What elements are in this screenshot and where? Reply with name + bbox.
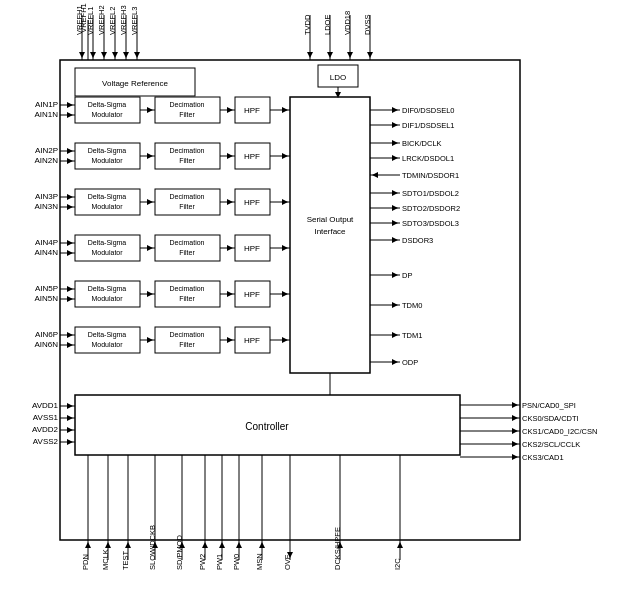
svg-text:Delta-Sigma: Delta-Sigma xyxy=(88,193,127,201)
svg-text:LRCK/DSDOL1: LRCK/DSDOL1 xyxy=(402,154,454,163)
svg-marker-26 xyxy=(112,52,118,58)
svg-marker-159 xyxy=(282,291,288,297)
svg-marker-181 xyxy=(392,205,398,211)
svg-marker-25 xyxy=(101,52,107,58)
svg-text:Modulator: Modulator xyxy=(91,203,123,210)
svg-text:Decimation: Decimation xyxy=(169,331,204,338)
svg-marker-114 xyxy=(147,153,153,159)
svg-marker-226 xyxy=(67,427,73,433)
svg-text:DSDOR3: DSDOR3 xyxy=(402,236,433,245)
svg-text:SDTO3/DSDOL3: SDTO3/DSDOL3 xyxy=(402,219,459,228)
svg-text:AIN6P: AIN6P xyxy=(35,330,58,339)
svg-text:AVDD2: AVDD2 xyxy=(32,425,59,434)
svg-marker-229 xyxy=(67,439,73,445)
svg-text:OVF: OVF xyxy=(283,554,292,570)
svg-text:HPF: HPF xyxy=(244,244,260,253)
svg-text:CKS3/CAD1: CKS3/CAD1 xyxy=(522,453,564,462)
svg-marker-24 xyxy=(90,52,96,58)
svg-text:DP: DP xyxy=(402,271,412,280)
svg-text:Delta-Sigma: Delta-Sigma xyxy=(88,101,127,109)
svg-text:DIF0/DSDSEL0: DIF0/DSDSEL0 xyxy=(402,106,455,115)
svg-text:Decimation: Decimation xyxy=(169,147,204,154)
svg-marker-136 xyxy=(227,107,233,113)
svg-text:I2C: I2C xyxy=(393,558,402,570)
svg-text:Modulator: Modulator xyxy=(91,341,123,348)
svg-text:Decimation: Decimation xyxy=(169,193,204,200)
svg-marker-175 xyxy=(372,172,378,178)
svg-marker-157 xyxy=(282,245,288,251)
svg-marker-231 xyxy=(85,542,91,548)
svg-text:DIF1/DSDSEL1: DIF1/DSDSEL1 xyxy=(402,121,455,130)
svg-marker-120 xyxy=(147,291,153,297)
svg-text:PW2: PW2 xyxy=(198,554,207,570)
svg-marker-146 xyxy=(227,337,233,343)
svg-text:AIN1N: AIN1N xyxy=(34,110,58,119)
svg-text:Delta-Sigma: Delta-Sigma xyxy=(88,331,127,339)
svg-marker-144 xyxy=(227,291,233,297)
svg-text:PW1: PW1 xyxy=(215,554,224,570)
svg-text:MSN: MSN xyxy=(255,553,264,570)
svg-marker-252 xyxy=(236,542,242,548)
svg-text:TVDD: TVDD xyxy=(303,14,312,35)
svg-marker-23 xyxy=(79,52,85,58)
svg-marker-204 xyxy=(512,402,518,408)
svg-text:HPF: HPF xyxy=(244,290,260,299)
svg-marker-32 xyxy=(367,52,373,58)
svg-text:Decimation: Decimation xyxy=(169,239,204,246)
svg-text:LDO: LDO xyxy=(330,73,346,82)
svg-text:Delta-Sigma: Delta-Sigma xyxy=(88,239,127,247)
svg-text:DVSS: DVSS xyxy=(363,15,372,35)
svg-marker-53 xyxy=(67,194,73,200)
svg-marker-71 xyxy=(67,332,73,338)
svg-text:VREFH1: VREFH1 xyxy=(75,5,84,35)
svg-marker-172 xyxy=(392,155,398,161)
svg-marker-166 xyxy=(392,122,398,128)
svg-marker-47 xyxy=(67,148,73,154)
svg-text:Modulator: Modulator xyxy=(91,295,123,302)
svg-text:TDM0: TDM0 xyxy=(402,301,422,310)
svg-marker-246 xyxy=(202,542,208,548)
svg-marker-237 xyxy=(125,542,131,548)
svg-marker-220 xyxy=(67,403,73,409)
svg-text:Decimation: Decimation xyxy=(169,285,204,292)
svg-text:SD/PMOD: SD/PMOD xyxy=(175,534,184,570)
svg-text:PDN: PDN xyxy=(81,554,90,570)
svg-marker-122 xyxy=(147,337,153,343)
svg-text:Modulator: Modulator xyxy=(91,111,123,118)
svg-marker-163 xyxy=(392,107,398,113)
svg-marker-234 xyxy=(105,542,111,548)
svg-marker-50 xyxy=(67,158,73,164)
svg-text:Delta-Sigma: Delta-Sigma xyxy=(88,147,127,155)
svg-marker-62 xyxy=(67,250,73,256)
svg-marker-138 xyxy=(227,153,233,159)
svg-text:AIN5P: AIN5P xyxy=(35,284,58,293)
svg-text:HPF: HPF xyxy=(244,198,260,207)
svg-text:AIN4P: AIN4P xyxy=(35,238,58,247)
svg-marker-41 xyxy=(67,102,73,108)
svg-text:LDOE: LDOE xyxy=(323,15,332,35)
svg-text:TDMIN/DSDOR1: TDMIN/DSDOR1 xyxy=(402,171,459,180)
svg-marker-193 xyxy=(392,302,398,308)
svg-marker-178 xyxy=(392,190,398,196)
svg-marker-28 xyxy=(134,52,140,58)
svg-text:Serial Output: Serial Output xyxy=(307,215,354,224)
svg-text:Controller: Controller xyxy=(245,421,289,432)
svg-marker-210 xyxy=(512,428,518,434)
svg-text:Voltage Reference: Voltage Reference xyxy=(102,79,168,88)
svg-text:PSN/CAD0_SPI: PSN/CAD0_SPI xyxy=(522,401,576,410)
svg-marker-27 xyxy=(123,52,129,58)
svg-text:AIN2P: AIN2P xyxy=(35,146,58,155)
svg-marker-216 xyxy=(512,454,518,460)
svg-marker-59 xyxy=(67,240,73,246)
svg-text:CKS1/CAD0_I2C/CSN: CKS1/CAD0_I2C/CSN xyxy=(522,427,597,436)
svg-text:Decimation: Decimation xyxy=(169,101,204,108)
svg-text:AVDD1: AVDD1 xyxy=(32,401,59,410)
svg-text:Filter: Filter xyxy=(179,157,195,164)
svg-text:TEST: TEST xyxy=(121,550,130,570)
svg-marker-169 xyxy=(392,140,398,146)
svg-text:Delta-Sigma: Delta-Sigma xyxy=(88,285,127,293)
svg-text:Interface: Interface xyxy=(314,227,346,236)
svg-text:AIN4N: AIN4N xyxy=(34,248,58,257)
svg-marker-187 xyxy=(392,237,398,243)
svg-text:VREFH3: VREFH3 xyxy=(119,5,128,35)
